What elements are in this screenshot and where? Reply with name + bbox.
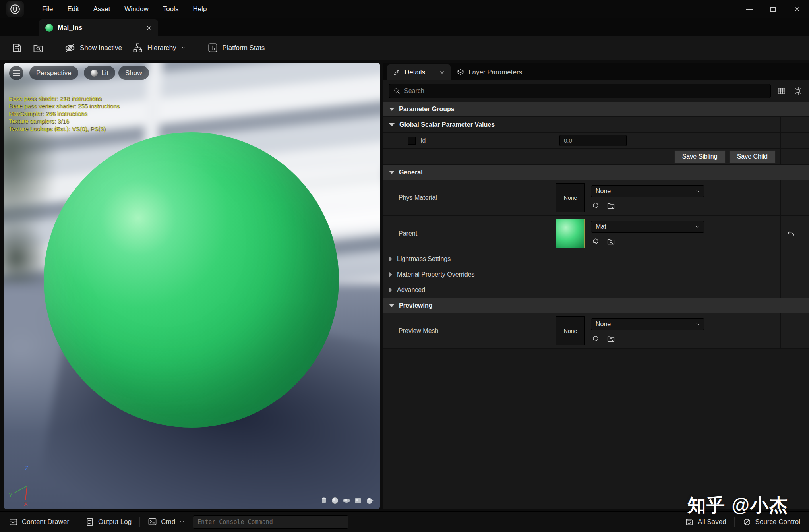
unreal-logo [6, 1, 24, 17]
global-scalar-header-row[interactable]: Global Scalar Parameter Values [383, 117, 809, 133]
folder-search-icon [33, 43, 44, 54]
browse-in-content-browser-button[interactable] [606, 334, 615, 343]
lit-label: Lit [101, 69, 108, 77]
output-log-button[interactable]: Output Log [84, 514, 133, 530]
lit-mode-button[interactable]: Lit [84, 66, 115, 80]
asset-tab-title: Mai_Ins [58, 24, 142, 32]
browse-in-content-browser-button[interactable] [606, 201, 615, 210]
use-selected-asset-button[interactable] [591, 236, 600, 246]
menu-items: File Edit Asset Window Tools Help [35, 0, 214, 18]
preview-plane-button[interactable] [342, 496, 351, 505]
lightmass-settings-label: Lightmass Settings [397, 255, 451, 263]
parent-dropdown[interactable]: Mat [591, 221, 704, 233]
show-label: Show [125, 69, 142, 77]
details-empty-area [383, 349, 809, 509]
menu-file[interactable]: File [35, 0, 60, 18]
lightmass-settings-row[interactable]: Lightmass Settings [383, 251, 809, 267]
preview-mesh-thumbnail[interactable]: None [556, 316, 585, 345]
separator [77, 517, 77, 527]
all-saved-label: All Saved [698, 518, 726, 526]
preview-mesh-value: None [596, 321, 611, 328]
use-selected-icon [592, 335, 600, 342]
param-id-checkbox[interactable] [408, 137, 416, 145]
stats-line: Texture Lookups (Est.): VS(0), PS(3) [9, 125, 119, 132]
browse-in-content-browser-button[interactable] [606, 236, 615, 246]
save-sibling-button[interactable]: Save Sibling [674, 150, 726, 163]
material-preview-viewport[interactable]: Perspective Lit Show Base pass shader: 2… [4, 63, 380, 509]
reset-to-default-button[interactable] [785, 228, 797, 240]
main-area: Perspective Lit Show Base pass shader: 2… [0, 60, 809, 511]
tab-details[interactable]: Details [387, 64, 451, 80]
preview-cylinder-button[interactable] [319, 496, 328, 505]
hamburger-icon [13, 70, 20, 71]
chevron-down-icon [179, 519, 185, 525]
material-property-overrides-row[interactable]: Material Property Overrides [383, 267, 809, 282]
search-input[interactable] [404, 87, 766, 95]
phys-material-value: None [596, 188, 611, 195]
preview-sphere-button[interactable] [331, 496, 339, 505]
preview-teapot-button[interactable] [365, 496, 374, 505]
menu-window[interactable]: Window [117, 0, 155, 18]
tab-close-icon[interactable] [439, 70, 445, 75]
preview-mesh-row: Preview Mesh None None [383, 313, 809, 349]
menu-tools[interactable]: Tools [156, 0, 186, 18]
viewport-options-button[interactable] [9, 66, 23, 80]
close-icon [794, 6, 800, 12]
search-icon [393, 87, 401, 95]
hierarchy-button[interactable]: Hierarchy [127, 39, 192, 57]
minimize-button[interactable] [737, 0, 761, 18]
advanced-row[interactable]: Advanced [383, 282, 809, 298]
save-icon [12, 43, 22, 53]
maximize-button[interactable] [761, 0, 785, 18]
show-inactive-label: Show Inactive [80, 44, 122, 52]
show-inactive-button[interactable]: Show Inactive [59, 39, 127, 57]
perspective-button[interactable]: Perspective [29, 66, 78, 80]
source-control-icon [743, 518, 751, 526]
axis-x-label: X [24, 501, 28, 507]
parent-value: Mat [596, 223, 606, 230]
preview-sphere-mesh[interactable] [44, 132, 339, 428]
search-box[interactable] [389, 84, 771, 98]
phys-material-row: Phys Material None None [383, 180, 809, 216]
asset-tab-mai-ins[interactable]: Mai_Ins [39, 19, 158, 36]
phys-material-thumbnail[interactable]: None [556, 183, 585, 212]
expand-triangle-icon [389, 256, 392, 262]
tab-close-icon[interactable] [147, 25, 152, 31]
preview-cube-button[interactable] [354, 496, 362, 505]
show-menu-button[interactable]: Show [118, 66, 149, 80]
tab-layer-parameters[interactable]: Layer Parameters [451, 64, 528, 80]
preview-mesh-dropdown[interactable]: None [591, 318, 704, 330]
content-drawer-button[interactable]: Content Drawer [7, 514, 71, 530]
details-panel: Details Layer Parameters [383, 63, 809, 509]
category-previewing[interactable]: Previewing [383, 298, 809, 313]
category-parameter-groups[interactable]: Parameter Groups [383, 102, 809, 117]
menu-asset[interactable]: Asset [86, 0, 118, 18]
category-general[interactable]: General [383, 165, 809, 180]
output-log-label: Output Log [98, 518, 132, 526]
param-id-value-field[interactable]: 0.0 [559, 135, 627, 146]
axis-y-label: Y [9, 492, 13, 498]
minimize-icon [746, 9, 753, 10]
cmd-button[interactable]: Cmd [146, 514, 186, 530]
content-drawer-icon [9, 517, 18, 526]
display-settings-button[interactable] [792, 85, 804, 97]
use-selected-asset-button[interactable] [591, 201, 600, 210]
phys-material-dropdown[interactable]: None [591, 185, 704, 197]
browse-to-asset-button[interactable] [27, 39, 49, 57]
use-selected-asset-button[interactable] [591, 334, 600, 343]
platform-stats-button[interactable]: Platform Stats [202, 39, 270, 57]
shader-stats: Base pass shader: 218 instructions Base … [9, 95, 119, 132]
use-selected-icon [592, 237, 600, 245]
parent-material-thumbnail[interactable] [556, 219, 585, 248]
close-button[interactable] [785, 0, 809, 18]
eye-slash-icon [64, 43, 75, 54]
menu-help[interactable]: Help [186, 0, 214, 18]
property-matrix-button[interactable] [776, 85, 788, 97]
save-button[interactable] [6, 39, 27, 57]
console-command-input[interactable] [193, 515, 348, 529]
save-child-button[interactable]: Save Child [729, 150, 776, 163]
perspective-label: Perspective [36, 69, 72, 77]
lit-mode-icon [91, 70, 98, 77]
menu-edit[interactable]: Edit [60, 0, 86, 18]
platform-stats-label: Platform Stats [223, 44, 265, 52]
